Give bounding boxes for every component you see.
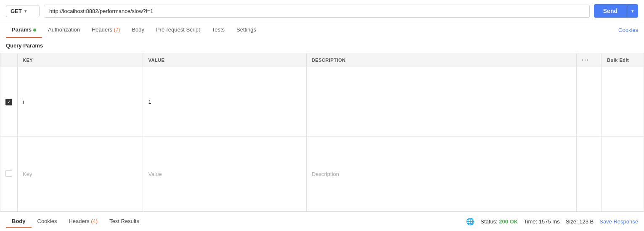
table-row-placeholder: Key Value Description [0, 136, 644, 211]
col-checkbox [0, 53, 18, 67]
tab-params[interactable]: Params [6, 22, 42, 38]
time-value: 1575 ms [539, 218, 560, 225]
col-description: DESCRIPTION [306, 53, 576, 67]
send-button-group: Send ▾ [594, 4, 638, 18]
row-value-cell[interactable]: 1 [143, 67, 307, 137]
bottom-tab-test-results[interactable]: Test Results [103, 215, 145, 228]
bottom-tab-cookies[interactable]: Cookies [32, 215, 63, 228]
status-label: Status: 200 OK [480, 218, 518, 225]
size-info: Size: 123 B [566, 218, 594, 225]
send-button[interactable]: Send [594, 4, 627, 18]
tab-headers[interactable]: Headers (7) [86, 22, 126, 38]
col-bulk-edit[interactable]: Bulk Edit [602, 53, 644, 67]
params-dot-indicator [33, 29, 36, 32]
status-value: 200 OK [499, 218, 518, 225]
checkbox-checked-icon[interactable]: ✓ [5, 99, 12, 105]
table-row: ✓ i 1 [0, 67, 644, 137]
tab-pre-request-script[interactable]: Pre-request Script [150, 22, 206, 38]
row-bulk-cell [602, 67, 644, 137]
col-value: VALUE [143, 53, 307, 67]
row-description-cell[interactable] [306, 67, 576, 137]
col-key: KEY [18, 53, 143, 67]
headers-badge: (7) [114, 27, 120, 33]
row-actions-cell [577, 67, 602, 137]
tabs-left: Params Authorization Headers (7) Body Pr… [6, 22, 618, 38]
row-checkbox-cell[interactable]: ✓ [0, 67, 18, 137]
bottom-tabs: Body Cookies Headers (4) Test Results [6, 215, 145, 228]
size-value: 123 B [579, 218, 594, 225]
headers-response-badge: (4) [91, 218, 98, 224]
cookies-link[interactable]: Cookies [618, 23, 638, 37]
more-options-icon[interactable]: ··· [582, 57, 589, 63]
bottom-bar: Body Cookies Headers (4) Test Results 🌐 … [0, 212, 644, 231]
placeholder-description-cell[interactable]: Description [306, 136, 576, 211]
params-table: KEY VALUE DESCRIPTION ··· Bulk Edit ✓ i [0, 53, 644, 212]
time-info: Time: 1575 ms [524, 218, 560, 225]
query-params-heading: Query Params [0, 38, 644, 53]
bottom-tab-body[interactable]: Body [6, 215, 32, 228]
method-label: GET [11, 8, 22, 14]
chevron-down-icon: ▾ [24, 9, 35, 13]
checkbox-empty-icon [5, 170, 12, 177]
globe-icon: 🌐 [466, 218, 474, 226]
row-key-cell[interactable]: i [18, 67, 143, 137]
save-response-button[interactable]: Save Response [599, 218, 638, 225]
placeholder-key-cell[interactable]: Key [18, 136, 143, 211]
placeholder-bulk-cell [602, 136, 644, 211]
url-input[interactable] [44, 5, 590, 18]
send-dropdown-button[interactable]: ▾ [627, 4, 638, 18]
placeholder-checkbox-cell [0, 136, 18, 211]
placeholder-actions-cell [577, 136, 602, 211]
bottom-tab-headers[interactable]: Headers (4) [63, 215, 103, 228]
tab-body[interactable]: Body [126, 22, 150, 38]
col-actions: ··· [577, 53, 602, 67]
tab-authorization[interactable]: Authorization [42, 22, 86, 38]
url-bar: GET ▾ Send ▾ [0, 0, 644, 22]
placeholder-value-cell[interactable]: Value [143, 136, 307, 211]
content-area: Query Params KEY VALUE DESCRIPTION ··· B… [0, 38, 644, 212]
tab-tests[interactable]: Tests [206, 22, 231, 38]
method-select[interactable]: GET ▾ [6, 5, 40, 17]
tab-settings[interactable]: Settings [231, 22, 262, 38]
tabs-bar: Params Authorization Headers (7) Body Pr… [0, 22, 644, 38]
bottom-right-info: 🌐 Status: 200 OK Time: 1575 ms Size: 123… [466, 218, 638, 226]
